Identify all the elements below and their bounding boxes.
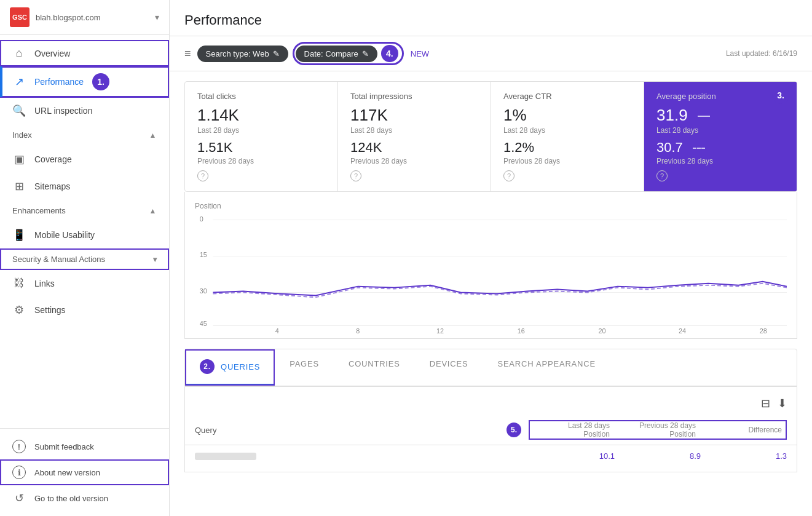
feedback-icon: ! <box>12 440 26 453</box>
last-updated: Last updated: 6/16/19 <box>726 49 797 58</box>
sidebar-item-label: Go to the old version <box>34 494 108 503</box>
col-header-query: Query <box>195 426 529 435</box>
sidebar-item-label: Overview <box>34 49 70 58</box>
metric-compare-value: 124K <box>350 140 478 156</box>
sidebar-item-label: Mobile Usability <box>34 230 95 240</box>
sidebar: GSC blah.blogspot.com ▾ ⌂ Overview ↗ Per… <box>0 0 170 516</box>
step-badge-4: 4. <box>381 45 398 62</box>
performance-chart: 0 15 30 45 4 8 12 16 20 24 28 <box>195 213 787 336</box>
metric-label: Total clicks <box>197 92 325 101</box>
query-text-placeholder <box>195 453 256 460</box>
sidebar-logo[interactable]: GSC blah.blogspot.com ▾ <box>0 0 169 35</box>
metric-label: Average CTR <box>503 92 631 101</box>
tab-label: DEVICES <box>430 359 468 368</box>
sidebar-bottom: ! Submit feedback ℹ About new version ↺ … <box>0 428 169 516</box>
tab-pages[interactable]: PAGES <box>275 349 334 386</box>
tab-search-appearance[interactable]: SEARCH APPEARANCE <box>483 349 610 386</box>
question-icon[interactable]: ? <box>656 170 668 181</box>
metric-average-ctr[interactable]: Average CTR 1% Last 28 days 1.2% Previou… <box>491 82 644 191</box>
last28-position: 10.1 <box>529 451 615 461</box>
filter-columns-icon: ⊟ <box>761 397 770 410</box>
step-badge-2: 2. <box>200 359 215 374</box>
search-type-button[interactable]: Search type: Web ✎ <box>197 46 288 62</box>
sidebar-item-mobile-usability[interactable]: 📱 Mobile Usability <box>0 221 169 248</box>
info-icon: ℹ <box>12 466 26 479</box>
date-compare-button[interactable]: Date: Compare ✎ <box>296 46 377 62</box>
page-title: Performance <box>184 12 262 28</box>
sidebar-nav: ⌂ Overview ↗ Performance 1. 🔍 URL inspec… <box>0 35 169 428</box>
svg-text:15: 15 <box>200 251 207 258</box>
svg-text:20: 20 <box>598 327 605 335</box>
data-cells: 10.1 8.9 1.3 <box>529 451 787 461</box>
question-icon[interactable]: ? <box>197 170 208 181</box>
sidebar-item-label: Performance <box>34 77 84 87</box>
dash-icon <box>698 116 710 117</box>
svg-text:4: 4 <box>275 327 279 335</box>
toolbar: ≡ Search type: Web ✎ Date: Compare ✎ 4. … <box>170 36 812 71</box>
col-header-prev28: Previous 28 days Position <box>615 420 701 440</box>
metric-period: Last 28 days <box>197 126 325 135</box>
sidebar-item-label: Submit feedback <box>34 442 94 451</box>
metric-total-clicks[interactable]: Total clicks 1.14K Last 28 days 1.51K Pr… <box>185 82 338 191</box>
question-icon[interactable]: ? <box>503 170 514 181</box>
sidebar-section-enhancements[interactable]: Enhancements ▲ <box>0 200 169 221</box>
metric-value: 31.9 <box>656 106 688 125</box>
edit-icon: ✎ <box>273 49 280 58</box>
sidebar-section-security[interactable]: Security & Manual Actions ▾ <box>0 248 169 270</box>
svg-text:12: 12 <box>436 327 444 335</box>
tab-countries[interactable]: COUNTRIES <box>334 349 415 386</box>
metric-period: Last 28 days <box>656 126 784 135</box>
sidebar-item-links[interactable]: ⛓ Links <box>0 270 169 296</box>
tabs-section: 2. QUERIES PAGES COUNTRIES DEVICES SEARC… <box>184 349 797 387</box>
home-icon: ⌂ <box>12 47 26 60</box>
sidebar-item-about-new-version[interactable]: ℹ About new version <box>0 459 169 485</box>
metric-value: 1.14K <box>197 106 325 125</box>
sidebar-item-overview[interactable]: ⌂ Overview <box>0 40 169 66</box>
table-header: Query 5. Last 28 days Position Previous … <box>185 415 797 445</box>
tab-queries[interactable]: 2. QUERIES <box>185 349 275 386</box>
mobile-icon: 📱 <box>12 228 26 242</box>
tab-label: QUERIES <box>221 362 260 371</box>
sidebar-section-index[interactable]: Index ▲ <box>0 124 169 146</box>
sidebar-chevron-icon[interactable]: ▾ <box>155 12 159 22</box>
tabs-row: 2. QUERIES PAGES COUNTRIES DEVICES SEARC… <box>185 349 797 386</box>
table-area: ⊟ ⬇ Query 5. Last 28 days Position Previ… <box>184 387 797 472</box>
search-icon: 🔍 <box>12 104 26 117</box>
sidebar-item-performance[interactable]: ↗ Performance 1. <box>0 66 169 97</box>
sidebar-item-url-inspection[interactable]: 🔍 URL inspection <box>0 97 169 124</box>
svg-text:45: 45 <box>200 320 207 327</box>
metric-average-position[interactable]: 3. Average position 31.9 Last 28 days 30… <box>644 82 797 191</box>
download-button[interactable]: ⬇ <box>778 397 787 410</box>
sitemaps-icon: ⊞ <box>12 180 26 193</box>
download-icon: ⬇ <box>778 397 787 410</box>
metric-compare-value: 1.2% <box>503 140 631 156</box>
metric-value: 117K <box>350 106 478 125</box>
question-icon[interactable]: ? <box>350 170 361 181</box>
tab-label: COUNTRIES <box>349 359 400 368</box>
logo-icon: GSC <box>10 7 30 27</box>
sidebar-item-coverage[interactable]: ▣ Coverage <box>0 146 169 173</box>
filter-button[interactable]: ≡ <box>184 47 191 60</box>
difference: 1.3 <box>701 451 787 461</box>
table-toolbar: ⊟ ⬇ <box>185 392 797 415</box>
sidebar-item-sitemaps[interactable]: ⊞ Sitemaps <box>0 173 169 200</box>
table-col-highlighted: 5. Last 28 days Position Previous 28 day… <box>529 420 787 440</box>
filter-columns-button[interactable]: ⊟ <box>761 397 770 410</box>
sidebar-item-settings[interactable]: ⚙ Settings <box>0 296 169 323</box>
metric-label: Average position <box>656 92 784 101</box>
tab-devices[interactable]: DEVICES <box>415 349 483 386</box>
date-compare-wrapper: Date: Compare ✎ 4. <box>294 44 402 63</box>
sidebar-item-go-to-old-version[interactable]: ↺ Go to the old version <box>0 485 169 511</box>
step-badge-3: 3. <box>772 87 789 104</box>
tab-label: SEARCH APPEARANCE <box>497 359 596 368</box>
sidebar-item-submit-feedback[interactable]: ! Submit feedback <box>0 434 169 459</box>
metric-compare-value: 30.7 <box>656 140 683 156</box>
date-edit-icon: ✎ <box>362 49 369 58</box>
prev28-position: 8.9 <box>615 451 701 461</box>
svg-text:16: 16 <box>518 327 525 335</box>
metric-total-impressions[interactable]: Total impressions 117K Last 28 days 124K… <box>338 82 491 191</box>
step-badge-5: 5. <box>507 423 521 437</box>
site-name: blah.blogspot.com <box>36 13 149 22</box>
old-version-icon: ↺ <box>12 491 26 505</box>
filter-icon: ≡ <box>184 47 191 60</box>
